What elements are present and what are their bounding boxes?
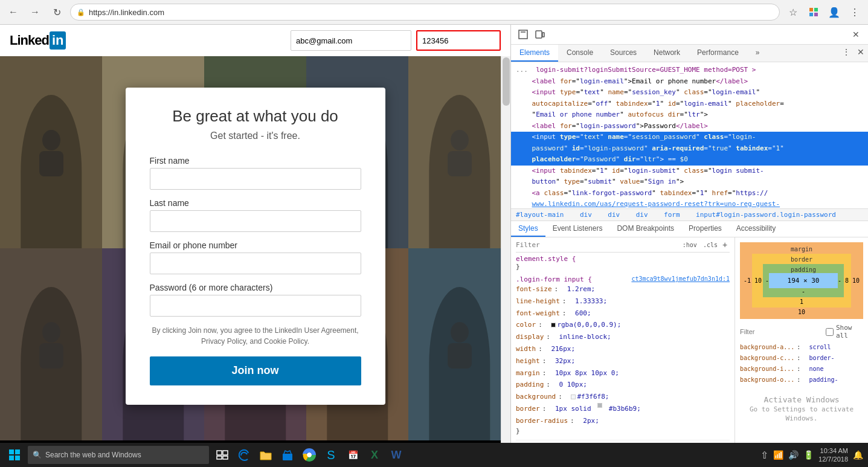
tab-elements[interactable]: Elements: [511, 45, 558, 62]
show-all-checkbox[interactable]: [826, 328, 834, 336]
html-line: <label for="login-password">Password</la…: [511, 121, 868, 132]
box-bottom-props: background-a...: scroll background-c...:…: [740, 342, 863, 385]
styles-tab-styles[interactable]: Styles: [511, 221, 545, 237]
breadcrumb-div1[interactable]: div: [580, 211, 592, 219]
color-swatch-gray2[interactable]: [597, 403, 602, 408]
notification-icon[interactable]: ⇧: [760, 449, 768, 461]
devtools-settings[interactable]: ⋮: [839, 45, 854, 59]
tab-sources[interactable]: Sources: [602, 45, 645, 62]
activate-windows-notice: Activate Windows Go to Settings to activ…: [740, 395, 863, 422]
more-tools-button[interactable]: ✕: [849, 27, 863, 42]
color-swatch-black[interactable]: [551, 323, 556, 327]
box-model-pane: margin -1 border 10 padding: [735, 237, 868, 467]
lock-icon: 🔒: [77, 8, 85, 16]
color-swatch-gray[interactable]: [571, 395, 576, 399]
add-style-button[interactable]: +: [720, 240, 730, 250]
date-display: 12/7/2018: [818, 455, 848, 463]
devtools-styles-tabs: Styles Event Listeners DOM Breakpoints P…: [511, 221, 868, 237]
tab-more[interactable]: »: [747, 45, 768, 62]
border-right: 8: [845, 277, 849, 284]
html-line: <a class="link-forgot-password" tabindex…: [511, 188, 868, 199]
html-line: <label for="login-email">Email or phone …: [511, 76, 868, 88]
reload-button[interactable]: ↻: [48, 4, 65, 21]
css-brace: }: [516, 263, 520, 271]
address-bar[interactable]: 🔒 https://in.linkedin.com: [70, 4, 780, 21]
join-now-button[interactable]: Join now: [150, 356, 361, 385]
css-prop-background: background: [516, 391, 556, 403]
first-name-label: First name: [150, 156, 361, 166]
hov-label[interactable]: :hov: [683, 242, 697, 248]
password-input[interactable]: [150, 295, 361, 317]
modal-subtitle: Get started - it's free.: [150, 130, 361, 141]
tab-performance[interactable]: Performance: [689, 45, 747, 62]
svg-rect-2: [809, 13, 813, 16]
content-dimensions: 194 × 30: [788, 277, 820, 285]
inspect-element-button[interactable]: [516, 27, 530, 42]
css-rule-element-style: element.style { }: [516, 255, 730, 271]
devtools-close[interactable]: ✕: [854, 45, 868, 59]
breadcrumb-div2[interactable]: div: [608, 211, 620, 219]
styles-tab-properties[interactable]: Properties: [681, 221, 729, 237]
cls-label[interactable]: .cls: [699, 242, 718, 248]
styles-tab-accessibility[interactable]: Accessibility: [729, 221, 783, 237]
breadcrumb-form[interactable]: form: [664, 211, 680, 219]
notification-center-icon[interactable]: 🔔: [853, 450, 863, 460]
box-model-diagram: margin -1 border 10 padding: [740, 242, 863, 319]
back-button[interactable]: ←: [5, 4, 22, 21]
devtools-toolbar: ✕: [511, 25, 868, 45]
box-filter-input[interactable]: [740, 328, 823, 335]
last-name-field: Last name: [150, 198, 361, 232]
html-line: autocapitalize="off" tabindex="1" id="lo…: [511, 98, 868, 110]
html-line: www.linkedin.com/uas/request-password-re…: [511, 199, 868, 208]
padding-label: padding: [765, 266, 841, 273]
modal-title: Be great at what you do: [150, 107, 361, 126]
tab-network[interactable]: Network: [645, 45, 689, 62]
devtools-breadcrumb: #layout-main div div div form input#logi…: [511, 208, 868, 221]
network-icon[interactable]: 📶: [773, 450, 783, 460]
breadcrumb-input[interactable]: input#login-password.login-password: [696, 211, 836, 219]
taskbar-time[interactable]: 10:34 AM 12/7/2018: [818, 446, 848, 464]
password-field: Password (6 or more characters): [150, 283, 361, 317]
forward-button[interactable]: →: [27, 4, 43, 21]
css-file-link[interactable]: ct3mca9t8wv1jmefub7dn3n1d:1: [631, 275, 730, 283]
linkedin-area: Linked in: [0, 25, 510, 467]
breadcrumb-layout-main[interactable]: #layout-main: [516, 211, 564, 219]
svg-rect-27: [542, 33, 544, 37]
device-toolbar-button[interactable]: [533, 27, 547, 42]
css-prop-height: height: [516, 355, 540, 367]
show-all-label[interactable]: Show all: [836, 324, 863, 340]
battery-icon[interactable]: 🔋: [803, 450, 814, 460]
css-prop-font-size: font-size: [516, 283, 552, 295]
html-line: "Email or phone number" autofocus dir="l…: [511, 109, 868, 121]
styles-filter-input[interactable]: [516, 241, 680, 249]
html-line: <input tabindex="1" id="login-submit" cl…: [511, 166, 868, 177]
account-button[interactable]: 👤: [826, 4, 843, 21]
html-line-highlighted: <input type="text" name="session_passwor…: [511, 132, 868, 143]
email-input[interactable]: [150, 253, 361, 274]
svg-rect-24: [519, 30, 527, 39]
last-name-input[interactable]: [150, 210, 361, 232]
padding-right: -: [838, 277, 841, 284]
breadcrumb-div3[interactable]: div: [636, 211, 648, 219]
styles-tab-event-listeners[interactable]: Event Listeners: [545, 221, 610, 237]
volume-icon[interactable]: 🔊: [788, 450, 799, 460]
border-bottom: 1: [754, 298, 849, 305]
css-prop-border: border: [516, 403, 540, 415]
styles-tab-dom-breakpoints[interactable]: DOM Breakpoints: [609, 221, 681, 237]
menu-button[interactable]: ⋮: [846, 4, 863, 21]
css-prop-margin: margin: [516, 367, 540, 379]
first-name-input[interactable]: [150, 168, 361, 190]
margin-left: -1: [744, 277, 751, 284]
modal-overlay: Be great at what you do Get started - it…: [0, 25, 510, 467]
extensions-button[interactable]: [805, 4, 822, 21]
margin-label: margin: [744, 246, 860, 253]
margin-bottom: 10: [744, 309, 860, 315]
css-selector: element.style {: [516, 255, 576, 263]
star-button[interactable]: ☆: [785, 4, 802, 21]
tab-console[interactable]: Console: [558, 45, 602, 62]
devtools-lower: :hov .cls + element.style { } .login-for…: [511, 237, 868, 467]
terms-text: By clicking Join now, you agree to the L…: [150, 325, 361, 347]
svg-rect-0: [809, 8, 813, 11]
css-prop-line-height: line-height: [516, 295, 560, 308]
styles-filter-row: :hov .cls +: [516, 240, 730, 253]
